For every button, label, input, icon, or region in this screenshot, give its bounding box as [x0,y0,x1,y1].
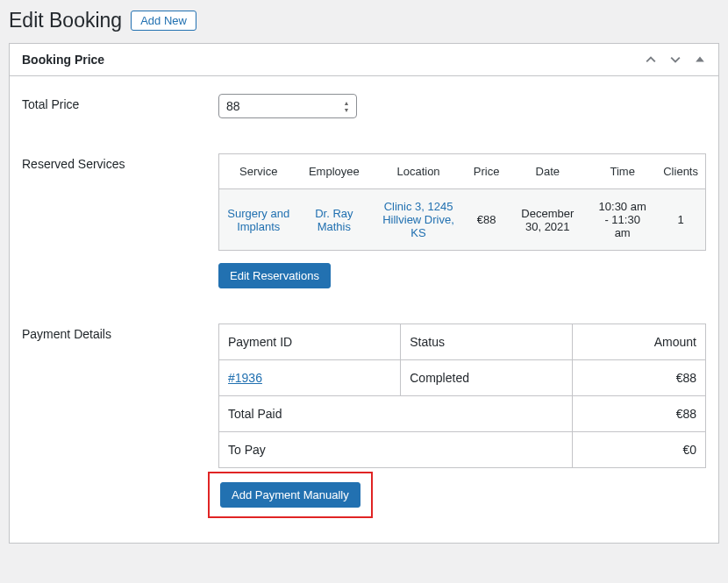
cell-date: December 30, 2021 [506,189,589,251]
col-time: Time [589,154,656,189]
total-price-value: 88 [226,99,240,113]
metabox-title: Booking Price [22,53,104,67]
total-price-input[interactable]: 88 ▲ ▼ [218,94,357,118]
table-row: Surgery and Implants Dr. Ray Mathis Clin… [219,189,706,251]
total-paid-label: Total Paid [219,396,573,432]
page-title: Edit Booking [9,9,122,32]
col-location: Location [370,154,467,189]
to-pay-label: To Pay [219,432,573,468]
add-new-button[interactable]: Add New [131,11,196,31]
total-price-label: Total Price [22,94,218,111]
cell-status: Completed [401,360,572,396]
cell-time: 10:30 am - 11:30 am [589,189,656,251]
total-paid-value: €88 [572,396,705,432]
table-row-total-paid: Total Paid €88 [219,396,706,432]
payment-id-link[interactable]: #1936 [228,371,262,385]
cell-amount: €88 [572,360,705,396]
col-amount: Amount [572,324,705,360]
table-row-to-pay: To Pay €0 [219,432,706,468]
location-link[interactable]: Clinic 3, 1245 Hillview Drive, KS [382,200,454,239]
table-row: #1936 Completed €88 [219,360,706,396]
booking-price-metabox: Booking Price Total Price 88 ▲ ▼ [9,43,719,544]
col-service: Service [219,154,298,189]
col-date: Date [506,154,589,189]
to-pay-value: €0 [572,432,705,468]
service-link[interactable]: Surgery and Implants [227,207,289,233]
reserved-services-label: Reserved Services [22,153,218,171]
reserved-services-table: Service Employee Location Price Date Tim… [218,153,706,251]
payment-details-label: Payment Details [22,323,218,341]
cell-price: €88 [467,189,507,251]
move-down-icon[interactable] [669,53,682,66]
stepper-down-icon[interactable]: ▼ [339,107,353,113]
employee-link[interactable]: Dr. Ray Mathis [315,207,353,233]
col-clients: Clients [656,154,705,189]
cell-clients: 1 [656,189,705,251]
col-price: Price [467,154,507,189]
col-status: Status [401,324,572,360]
table-header-row: Payment ID Status Amount [219,324,706,360]
edit-reservations-button[interactable]: Edit Reservations [218,263,331,288]
col-payment-id: Payment ID [219,324,401,360]
highlight-annotation: Add Payment Manually [208,472,373,518]
toggle-panel-icon[interactable] [694,53,706,66]
table-header-row: Service Employee Location Price Date Tim… [219,154,706,189]
stepper-up-icon[interactable]: ▲ [339,100,353,106]
col-employee: Employee [297,154,370,189]
move-up-icon[interactable] [645,53,657,66]
payment-details-table: Payment ID Status Amount #1936 Completed… [218,323,706,468]
add-payment-manually-button[interactable]: Add Payment Manually [220,482,360,508]
